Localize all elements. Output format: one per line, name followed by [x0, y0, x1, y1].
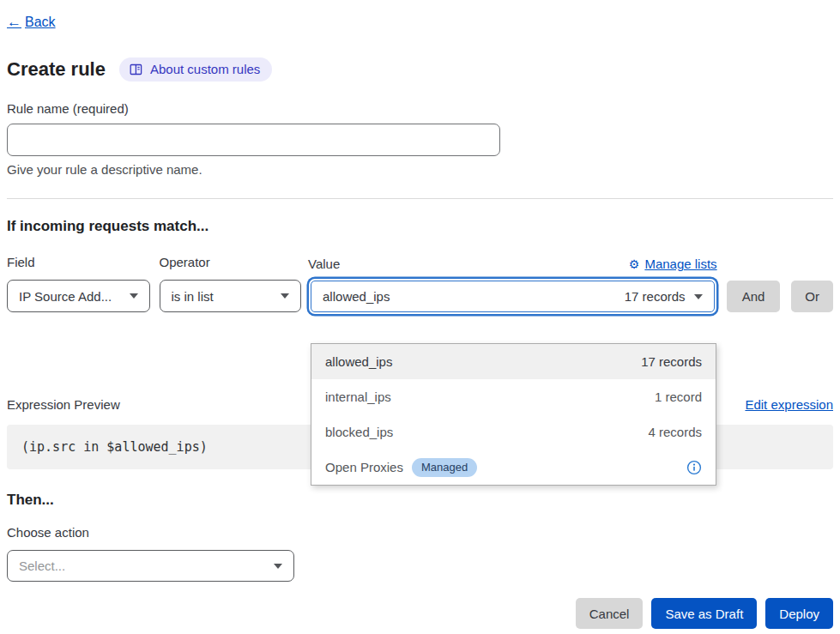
rule-name-input[interactable] — [7, 124, 500, 156]
field-select-value: IP Source Add... — [19, 289, 112, 304]
value-select[interactable]: allowed_ips 17 records — [311, 281, 715, 312]
value-column: Value ⚙ Manage lists allowed_ips 17 reco… — [308, 257, 717, 312]
list-option-name: blocked_ips — [325, 425, 393, 439]
and-button[interactable]: And — [727, 281, 781, 312]
cancel-button[interactable]: Cancel — [576, 598, 644, 629]
list-option-records: 1 record — [655, 389, 702, 404]
value-select-name: allowed_ips — [323, 289, 390, 304]
section-divider — [7, 198, 833, 199]
list-option-name: Open Proxies — [325, 460, 403, 474]
list-option-internal-ips[interactable]: internal_ips 1 record — [311, 379, 716, 414]
rule-name-label: Rule name (required) — [7, 101, 833, 116]
value-select-count: 17 records — [625, 289, 686, 304]
list-dropdown-panel: allowed_ips 17 records internal_ips 1 re… — [311, 343, 716, 486]
back-row: ←Back — [7, 14, 833, 31]
back-label: Back — [25, 15, 56, 30]
value-label: Value — [308, 257, 340, 271]
list-option-allowed-ips[interactable]: allowed_ips 17 records — [311, 344, 716, 379]
field-column: Field IP Source Add... — [7, 255, 150, 312]
page-title: Create rule — [7, 58, 106, 81]
match-section-heading: If incoming requests match... — [7, 218, 833, 235]
list-option-left: Open Proxies Managed — [325, 458, 477, 477]
value-select-right: 17 records — [625, 289, 703, 304]
create-rule-page: ←Back Create rule About custom rules Rul… — [0, 0, 840, 629]
operator-select-value: is in list — [172, 289, 214, 304]
list-option-open-proxies[interactable]: Open Proxies Managed — [311, 450, 716, 485]
or-button[interactable]: Or — [791, 281, 833, 312]
chevron-down-icon — [281, 293, 289, 299]
deploy-button[interactable]: Deploy — [765, 598, 833, 629]
edit-expression-link[interactable]: Edit expression — [745, 397, 833, 412]
chevron-down-icon — [274, 564, 282, 569]
condition-row: Field IP Source Add... Operator is in li… — [7, 255, 833, 312]
field-label: Field — [7, 255, 150, 269]
action-select-placeholder: Select... — [19, 559, 65, 573]
manage-lists-label: Manage lists — [644, 257, 716, 271]
operator-select[interactable]: is in list — [160, 280, 302, 312]
chevron-down-icon — [694, 294, 703, 299]
list-option-name: internal_ips — [325, 389, 391, 404]
managed-badge: Managed — [412, 458, 477, 477]
footer-actions: Cancel Save as Draft Deploy — [7, 598, 833, 629]
back-arrow-icon: ← — [7, 14, 21, 31]
manage-lists-link[interactable]: ⚙ Manage lists — [629, 257, 717, 271]
chevron-down-icon — [130, 293, 138, 299]
back-button[interactable]: ←Back — [7, 14, 56, 31]
book-icon — [130, 63, 142, 75]
expression-preview-label: Expression Preview — [7, 397, 120, 412]
action-select[interactable]: Select... — [7, 550, 294, 582]
heading-row: Create rule About custom rules — [7, 57, 833, 82]
about-badge-label: About custom rules — [150, 62, 260, 76]
choose-action-label: Choose action — [7, 525, 833, 540]
save-as-draft-button[interactable]: Save as Draft — [651, 598, 757, 629]
list-option-records: 17 records — [641, 354, 702, 369]
value-label-row: Value ⚙ Manage lists — [308, 257, 717, 271]
operator-column: Operator is in list — [160, 255, 302, 312]
expression-preview-text: (ip.src in $allowed_ips) — [21, 439, 208, 455]
operator-label: Operator — [160, 255, 302, 269]
list-option-blocked-ips[interactable]: blocked_ips 4 records — [311, 414, 716, 450]
field-select[interactable]: IP Source Add... — [7, 280, 150, 312]
rule-name-helper: Give your rule a descriptive name. — [7, 162, 833, 177]
then-section-heading: Then... — [7, 492, 833, 509]
list-option-name: allowed_ips — [325, 354, 392, 369]
list-option-records: 4 records — [649, 425, 703, 439]
gear-icon: ⚙ — [629, 258, 640, 270]
about-custom-rules-link[interactable]: About custom rules — [119, 57, 272, 82]
info-icon[interactable] — [686, 460, 702, 475]
